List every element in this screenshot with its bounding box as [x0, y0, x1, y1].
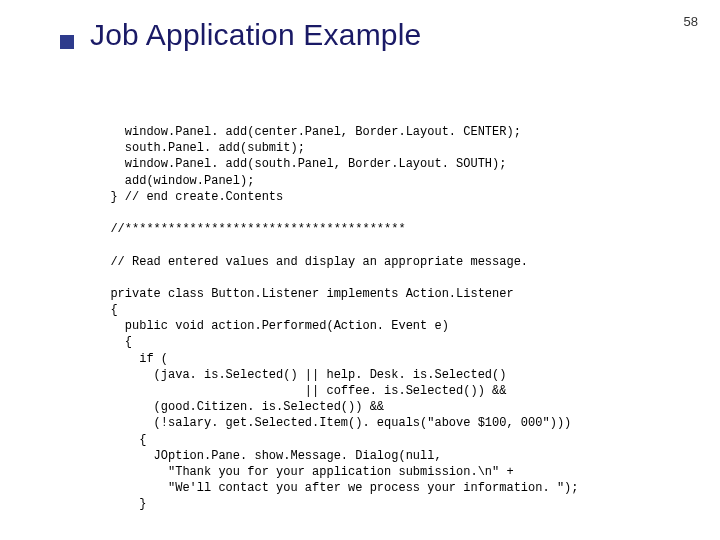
slide-title-row: Job Application Example: [60, 18, 421, 52]
code-block: window.Panel. add(center.Panel, Border.L…: [96, 124, 578, 513]
slide-title: Job Application Example: [90, 18, 421, 52]
title-bullet-icon: [60, 35, 74, 49]
page-number: 58: [684, 14, 698, 29]
